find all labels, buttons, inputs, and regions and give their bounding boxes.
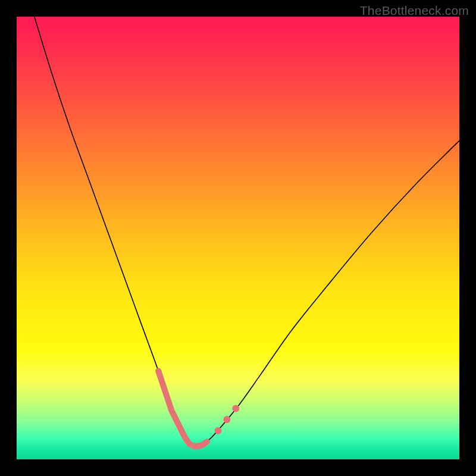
bottleneck-chart <box>17 17 459 459</box>
plot-area <box>17 17 459 459</box>
watermark-text: TheBottleneck.com <box>360 4 469 18</box>
accent-dot <box>215 427 222 434</box>
left-accent-segment <box>158 371 207 446</box>
accent-dot <box>223 416 230 423</box>
right-accent-dots <box>215 405 240 434</box>
accent-dot <box>232 405 239 412</box>
bottleneck-curve-line <box>35 17 459 446</box>
